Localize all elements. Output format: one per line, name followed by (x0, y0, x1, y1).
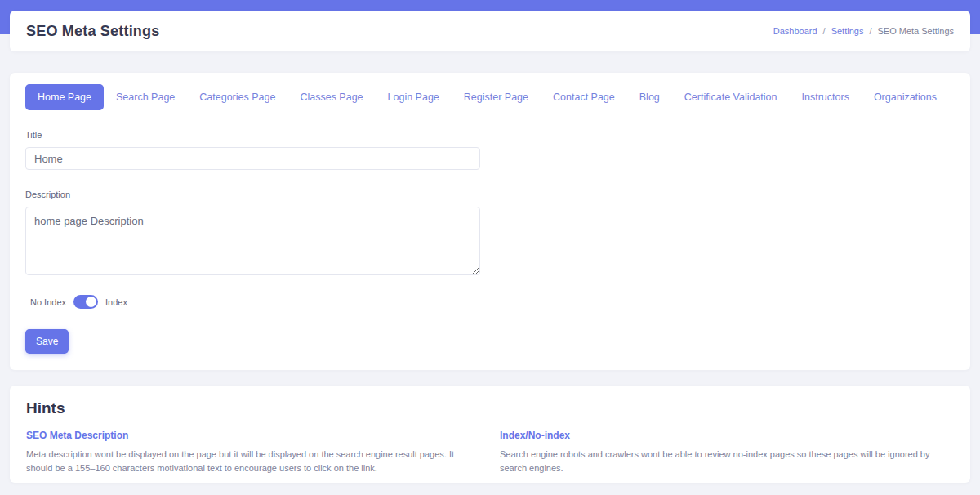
title-field-label: Title (25, 130, 955, 140)
toggle-off-label: No Index (30, 297, 66, 307)
seo-settings-card: Home Page Search Page Categories Page Cl… (10, 73, 970, 370)
hints-columns: SEO Meta Description Meta description wo… (26, 430, 954, 475)
tab-organizations[interactable]: Organizations (862, 84, 949, 110)
tab-blog[interactable]: Blog (627, 84, 672, 110)
index-toggle-switch[interactable] (74, 295, 98, 309)
index-toggle-row: No Index Index (25, 295, 955, 309)
tab-certificate-validation[interactable]: Certificate Validation (672, 84, 790, 110)
hints-heading: Hints (26, 399, 954, 417)
toggle-on-label: Index (105, 297, 127, 307)
page-tabs: Home Page Search Page Categories Page Cl… (25, 84, 955, 110)
title-input[interactable] (25, 147, 480, 170)
description-textarea[interactable]: home page Description (25, 207, 480, 275)
tab-search-page[interactable]: Search Page (104, 84, 187, 110)
hint-title: Index/No-index (500, 430, 954, 441)
breadcrumb-link-dashboard[interactable]: Dashboard (773, 26, 817, 36)
toggle-knob (86, 297, 96, 307)
hint-text: Meta description wont be displayed on th… (26, 448, 481, 475)
hints-card: Hints SEO Meta Description Meta descript… (10, 386, 970, 483)
tab-login-page[interactable]: Login Page (376, 84, 452, 110)
hint-seo-meta-description: SEO Meta Description Meta description wo… (26, 430, 481, 475)
description-field-label: Description (25, 190, 955, 199)
breadcrumb-link-settings[interactable]: Settings (831, 26, 864, 36)
hint-title: SEO Meta Description (26, 430, 481, 441)
tab-contact-page[interactable]: Contact Page (541, 84, 627, 110)
hint-index-no-index: Index/No-index Search engine robots and … (500, 430, 954, 475)
page-header-card: SEO Meta Settings Dashboard / Settings /… (10, 11, 970, 51)
page-title: SEO Meta Settings (26, 23, 159, 40)
save-button[interactable]: Save (25, 329, 69, 354)
tab-classes-page[interactable]: Classes Page (287, 84, 375, 110)
hint-text: Search engine robots and crawlers wont b… (500, 448, 954, 475)
breadcrumb: Dashboard / Settings / SEO Meta Settings (773, 26, 954, 36)
breadcrumb-current: SEO Meta Settings (877, 26, 954, 36)
tab-instructors[interactable]: Instructors (790, 84, 862, 110)
tab-home-page[interactable]: Home Page (25, 84, 104, 110)
breadcrumb-separator: / (869, 26, 871, 36)
breadcrumb-separator: / (823, 26, 826, 36)
tab-register-page[interactable]: Register Page (452, 84, 541, 110)
tab-categories-page[interactable]: Categories Page (187, 84, 287, 110)
